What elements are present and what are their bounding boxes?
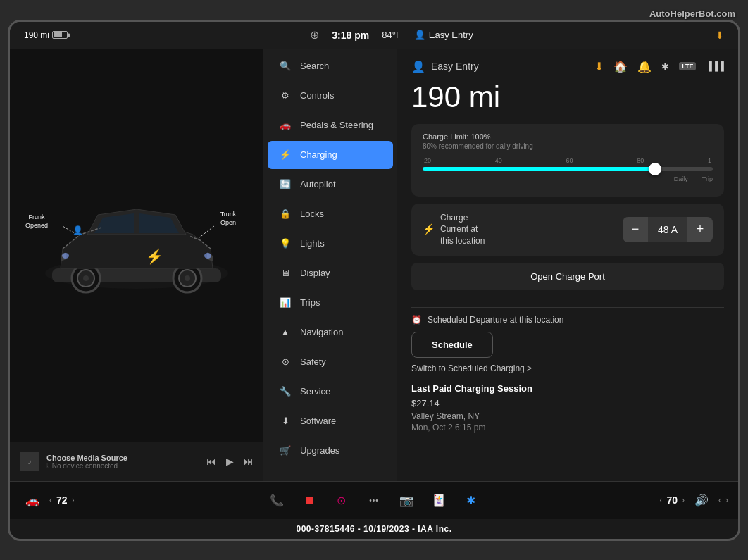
decrease-amp-button[interactable]: − bbox=[623, 217, 648, 242]
schedule-button[interactable]: Schedule bbox=[411, 332, 493, 358]
status-bar-right: ⬇ bbox=[716, 30, 724, 41]
charge-current-text: Charge Current at this location bbox=[440, 212, 493, 247]
service-icon: 🔧 bbox=[279, 385, 292, 398]
nav-item-pedals[interactable]: 🚗Pedals & Steering bbox=[268, 111, 393, 139]
stop-icon-taskbar[interactable]: ⏹ bbox=[297, 487, 322, 513]
nav-item-service[interactable]: 🔧Service bbox=[268, 378, 393, 406]
dots-icon-taskbar[interactable]: ••• bbox=[361, 487, 387, 513]
person-icon: 👤 bbox=[414, 30, 425, 40]
nav-item-controls[interactable]: ⚙Controls bbox=[268, 82, 393, 110]
watermark: AutoHelperBot.com bbox=[649, 8, 735, 19]
media-player: ♪ Choose Media Source ♭ No device connec… bbox=[10, 442, 263, 481]
nav-menu: 🔍Search⚙Controls🚗Pedals & Steering⚡Charg… bbox=[263, 49, 397, 481]
range-display: 190 mi bbox=[411, 80, 724, 114]
nav-item-safety[interactable]: ⊙Safety bbox=[268, 348, 393, 376]
nav-label-navigation: Navigation bbox=[300, 327, 343, 337]
nav-item-search[interactable]: 🔍Search bbox=[268, 52, 393, 80]
nav-item-upgrades[interactable]: 🛒Upgrades bbox=[268, 437, 393, 465]
slider-thumb[interactable] bbox=[649, 163, 661, 175]
pedals-icon: 🚗 bbox=[279, 119, 292, 132]
nav-label-locks: Locks bbox=[300, 209, 324, 219]
header-icons: ⬇ 🏠 🔔 ✱ LTE ▐▐▐ bbox=[594, 60, 724, 73]
switch-charging-link[interactable]: Switch to Scheduled Charging > bbox=[411, 363, 724, 373]
car-illustration: ⚡ Frunk Opened 👤 Trunk Open bbox=[24, 164, 249, 326]
easy-entry-status: 👤 Easy Entry bbox=[414, 30, 473, 40]
svg-text:👤: 👤 bbox=[73, 225, 83, 235]
bell-icon: 🔔 bbox=[637, 60, 652, 73]
navigation-icon: ▲ bbox=[279, 326, 292, 339]
software-icon: ⬇ bbox=[279, 415, 292, 428]
nav-label-autopilot: Autopilot bbox=[300, 179, 336, 189]
status-bar-center: ⊕ 3:18 pm 84°F 👤 Easy Entry bbox=[310, 28, 473, 42]
panel-title: Easy Entry bbox=[431, 61, 479, 72]
ampere-control: − 48 A + bbox=[623, 217, 713, 242]
nav-item-locks[interactable]: 🔒Locks bbox=[268, 200, 393, 228]
next-button[interactable]: ⏭ bbox=[244, 456, 254, 467]
nav-item-lights[interactable]: 💡Lights bbox=[268, 230, 393, 258]
open-charge-port-button[interactable]: Open Charge Port bbox=[411, 263, 724, 290]
media-sub-label: ♭ No device connected bbox=[46, 462, 199, 470]
vol-icon-taskbar[interactable]: 🔊 bbox=[689, 487, 714, 513]
slider-fill bbox=[423, 167, 655, 171]
controls-icon: ⚙ bbox=[279, 89, 292, 102]
car-icon-taskbar[interactable]: 🚗 bbox=[20, 487, 45, 513]
nav-item-autopilot[interactable]: 🔄Autopilot bbox=[268, 170, 393, 199]
prev-button[interactable]: ⏮ bbox=[206, 456, 216, 467]
left-temp-value: 72 bbox=[56, 494, 68, 506]
bluetooth-icon-taskbar[interactable]: ✱ bbox=[459, 487, 484, 513]
nav-label-search: Search bbox=[300, 61, 329, 71]
home-icon: 🏠 bbox=[613, 60, 628, 73]
upgrades-icon: 🛒 bbox=[279, 444, 292, 457]
charge-limit-subtitle: 80% recommended for daily driving bbox=[423, 142, 713, 150]
battery-indicator: 190 mi bbox=[24, 30, 68, 40]
display-icon: 🖥 bbox=[279, 267, 292, 280]
charging-icon: ⚡ bbox=[423, 223, 435, 237]
nav-label-display: Display bbox=[300, 268, 330, 278]
left-temp-increase[interactable]: › bbox=[72, 495, 75, 505]
right-temp-decrease[interactable]: ‹ bbox=[659, 495, 662, 505]
charge-limit-title: Charge Limit: 100% bbox=[423, 132, 713, 141]
right-temp-control: ‹ 70 › bbox=[659, 494, 685, 506]
slider-label-60: 60 bbox=[566, 157, 573, 164]
svg-point-9 bbox=[62, 253, 69, 259]
car-view: ⚡ Frunk Opened 👤 Trunk Open bbox=[10, 49, 263, 442]
vol-decrease[interactable]: ‹ bbox=[718, 495, 721, 505]
svg-text:Trunk: Trunk bbox=[220, 211, 237, 218]
panel-title-row: 👤 Easy Entry bbox=[411, 60, 479, 73]
person-icon-panel: 👤 bbox=[411, 60, 425, 73]
slider-track[interactable] bbox=[423, 167, 713, 171]
nav-label-software: Software bbox=[300, 416, 336, 426]
nav-label-charging: Charging bbox=[300, 149, 337, 160]
left-temp-decrease[interactable]: ‹ bbox=[49, 495, 52, 505]
nav-item-trips[interactable]: 📊Trips bbox=[268, 289, 393, 317]
main-content: ⚡ Frunk Opened 👤 Trunk Open ♪ bbox=[10, 49, 738, 481]
media-controls[interactable]: ⏮ ▶ ⏭ bbox=[206, 456, 254, 467]
last-session-title: Last Paid Charging Session bbox=[411, 383, 724, 394]
nav-item-charging[interactable]: ⚡Charging bbox=[268, 141, 393, 169]
nav-item-navigation[interactable]: ▲Navigation bbox=[268, 318, 393, 347]
right-temp-increase[interactable]: › bbox=[682, 495, 685, 505]
music-icon: ♪ bbox=[20, 452, 39, 471]
nav-item-software[interactable]: ⬇Software bbox=[268, 407, 393, 435]
phone-icon-taskbar[interactable]: 📞 bbox=[264, 487, 289, 513]
circle-icon-taskbar[interactable]: ⊙ bbox=[329, 487, 354, 513]
panel-header: 👤 Easy Entry ⬇ 🏠 🔔 ✱ LTE ▐▐▐ bbox=[411, 60, 724, 73]
trips-icon: 📊 bbox=[279, 297, 292, 309]
play-button[interactable]: ▶ bbox=[226, 456, 234, 467]
charge-limit-card: Charge Limit: 100% 80% recommended for d… bbox=[411, 124, 724, 197]
session-date: Mon, Oct 2 6:15 pm bbox=[411, 423, 724, 433]
card-icon-taskbar[interactable]: 🃏 bbox=[426, 487, 451, 513]
vol-increase[interactable]: › bbox=[725, 495, 728, 505]
search-icon: 🔍 bbox=[279, 60, 292, 73]
lte-badge: LTE bbox=[679, 62, 696, 70]
range-text: 190 mi bbox=[24, 30, 49, 40]
daily-label: Daily bbox=[674, 175, 688, 182]
nav-item-display[interactable]: 🖥Display bbox=[268, 259, 393, 287]
status-bar-left: 190 mi bbox=[24, 30, 68, 40]
increase-amp-button[interactable]: + bbox=[687, 217, 713, 242]
svg-point-5 bbox=[83, 275, 89, 281]
camera-icon-taskbar[interactable]: 📷 bbox=[394, 487, 419, 513]
right-temp-value: 70 bbox=[666, 494, 678, 506]
signal-icon: ▐▐▐ bbox=[706, 61, 724, 71]
left-panel: ⚡ Frunk Opened 👤 Trunk Open ♪ bbox=[10, 49, 263, 481]
